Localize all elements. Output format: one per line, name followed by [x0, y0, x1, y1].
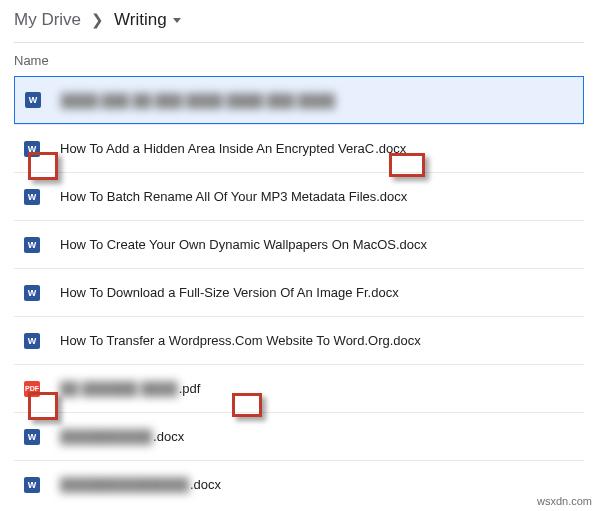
file-row[interactable]: W How To Add a Hidden Area Inside An Enc… — [14, 124, 584, 172]
watermark: wsxdn.com — [537, 495, 592, 507]
file-name: ████ ███ ██ ███ ████ ████ ███ ████ — [61, 93, 336, 108]
breadcrumb-folder-label: Writing — [114, 10, 167, 30]
word-icon: W — [24, 189, 40, 205]
file-list: W ████ ███ ██ ███ ████ ████ ███ ████ W H… — [0, 76, 598, 508]
breadcrumb-root[interactable]: My Drive — [14, 10, 81, 30]
word-icon: W — [24, 429, 40, 445]
chevron-down-icon — [173, 18, 181, 23]
file-name: How To Create Your Own Dynamic Wallpaper… — [60, 237, 427, 252]
word-icon: W — [24, 285, 40, 301]
word-icon: W — [24, 477, 40, 493]
file-row[interactable]: W ██████████ .docx — [14, 412, 584, 460]
word-icon: W — [24, 333, 40, 349]
breadcrumb: My Drive ❯ Writing — [0, 0, 598, 42]
breadcrumb-current[interactable]: Writing — [114, 10, 181, 30]
file-row[interactable]: W ████ ███ ██ ███ ████ ████ ███ ████ — [14, 76, 584, 124]
file-row[interactable]: W How To Transfer a Wordpress.Com Websit… — [14, 316, 584, 364]
pdf-icon: PDF — [24, 381, 40, 397]
file-name: How To Transfer a Wordpress.Com Website … — [60, 333, 421, 348]
word-icon: W — [25, 92, 41, 108]
file-name: How To Batch Rename All Of Your MP3 Meta… — [60, 189, 407, 204]
file-name: ██████████ .docx — [60, 429, 184, 444]
file-row[interactable]: W ██████████████ .docx — [14, 460, 584, 508]
file-name: How To Add a Hidden Area Inside An Encry… — [60, 141, 406, 156]
file-row[interactable]: W How To Batch Rename All Of Your MP3 Me… — [14, 172, 584, 220]
column-header-name[interactable]: Name — [0, 43, 598, 76]
chevron-right-icon: ❯ — [91, 11, 104, 29]
file-row[interactable]: PDF ██ ██████ ████ .pdf — [14, 364, 584, 412]
word-icon: W — [24, 141, 40, 157]
word-icon: W — [24, 237, 40, 253]
file-name: ██ ██████ ████ .pdf — [60, 381, 200, 396]
file-row[interactable]: W How To Create Your Own Dynamic Wallpap… — [14, 220, 584, 268]
file-name: How To Download a Full-Size Version Of A… — [60, 285, 399, 300]
file-name: ██████████████ .docx — [60, 477, 221, 492]
file-row[interactable]: W How To Download a Full-Size Version Of… — [14, 268, 584, 316]
